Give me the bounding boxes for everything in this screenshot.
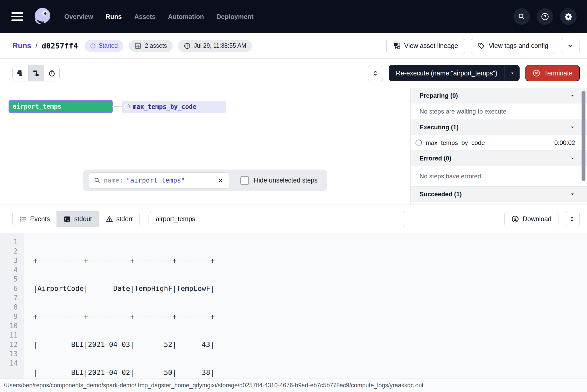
tab-stdout[interactable]: stdout xyxy=(57,211,99,227)
gantt-step-airport-temps[interactable]: airport_temps xyxy=(9,100,113,113)
log-toolbar: Events stdout stderr airport_temps xyxy=(0,205,587,233)
reexecute-dropdown-button[interactable] xyxy=(505,65,520,81)
run-steps-side-panel: Preparing (0) No steps are waiting to ex… xyxy=(410,88,587,205)
hamburger-menu-icon[interactable] xyxy=(11,12,23,21)
caret-down-icon xyxy=(570,93,575,98)
panel-section-errored[interactable]: Errored (0) xyxy=(411,151,587,166)
executing-spinner-icon xyxy=(414,138,423,147)
run-toolbar: Re-execute (name:"airport_temps") Termin… xyxy=(0,59,587,88)
hide-unselected-steps-label[interactable]: Hide unselected steps xyxy=(254,177,318,184)
gantt-step-label: airport_temps xyxy=(13,103,61,110)
hide-unselected-steps-checkbox[interactable] xyxy=(240,176,249,185)
log-line: | BLI|2021-04-02| 50| 38| xyxy=(33,368,214,377)
run-start-time-badge: Jul 29, 11:38:55 AM xyxy=(178,40,252,52)
svg-text:?: ? xyxy=(544,14,546,19)
log-line: | BLI|2021-04-03| 52| 43| xyxy=(33,340,214,349)
close-icon xyxy=(217,177,224,184)
run-header: Runs / d0257ff4 Started 2 assets Jul 29,… xyxy=(0,33,587,59)
nav-item-assets[interactable]: Assets xyxy=(134,13,156,20)
clock-icon xyxy=(184,42,191,50)
download-icon xyxy=(511,215,519,223)
search-icon xyxy=(94,177,101,184)
help-icon: ? xyxy=(541,12,549,21)
caret-down-icon xyxy=(570,192,575,197)
gantt-step-label: max_temps_by_code xyxy=(133,103,197,110)
window-scrollbar-thumb[interactable] xyxy=(582,91,585,181)
log-expand-button[interactable] xyxy=(565,211,580,227)
dagster-logo-icon[interactable] xyxy=(32,6,52,27)
log-line: |AirportCode| Date|TempHighF|TempLowF| xyxy=(33,284,214,293)
nav-item-runs[interactable]: Runs xyxy=(106,13,122,20)
executing-step-row[interactable]: max_temps_by_code 0:00:02 xyxy=(411,135,587,151)
log-step-input[interactable]: airport_temps xyxy=(149,211,405,227)
errored-empty-message: No steps have errored xyxy=(411,166,587,186)
caret-down-icon xyxy=(570,156,575,161)
warning-triangle-icon xyxy=(106,215,113,223)
gantt-flat-icon xyxy=(17,69,24,77)
view-asset-lineage-button[interactable]: View asset lineage xyxy=(386,38,465,54)
panel-section-executing[interactable]: Executing (1) xyxy=(411,120,587,135)
nav-item-automation[interactable]: Automation xyxy=(168,13,204,20)
stopwatch-icon xyxy=(48,69,56,77)
breadcrumb-separator: / xyxy=(36,41,38,50)
reexecute-label: Re-execute (name:"airport_temps") xyxy=(389,65,505,81)
terminal-icon xyxy=(64,215,71,223)
log-viewer[interactable]: 123 456 789 101112 1314 +-----------+---… xyxy=(0,233,587,379)
step-filter-bar: name: "airport_temps" Hide unselected st… xyxy=(83,170,327,191)
clear-filter-button[interactable] xyxy=(217,177,224,184)
executing-step-name: max_temps_by_code xyxy=(426,139,485,146)
gantt-flat-view-button[interactable] xyxy=(13,65,28,81)
run-status-badge: Started xyxy=(85,40,123,52)
gantt-dependency-line xyxy=(112,106,122,107)
main-nav: Overview Runs Assets Automation Deployme… xyxy=(64,13,254,20)
expand-vertical-icon xyxy=(569,215,576,223)
tag-icon xyxy=(478,42,485,50)
nav-item-overview[interactable]: Overview xyxy=(64,13,93,20)
run-header-more-button[interactable] xyxy=(561,38,580,54)
search-icon xyxy=(518,13,526,20)
nav-item-deployment[interactable]: Deployment xyxy=(216,13,254,20)
tab-events[interactable]: Events xyxy=(13,211,57,227)
gantt-step-max-temps-by-code[interactable]: max_temps_by_code xyxy=(122,101,226,113)
step-filter-input[interactable]: name: "airport_temps" xyxy=(89,172,229,188)
gantt-view-toggle xyxy=(12,65,60,81)
event-list-icon xyxy=(19,215,27,223)
gantt-waterfall-view-button[interactable] xyxy=(28,65,44,81)
gantt-and-panel: airport_temps max_temps_by_code name: "a… xyxy=(0,88,587,205)
download-log-button[interactable]: Download xyxy=(504,211,558,227)
settings-button[interactable] xyxy=(560,8,577,25)
log-type-tabs: Events stdout stderr xyxy=(12,211,140,227)
run-id: d0257ff4 xyxy=(42,41,78,50)
tab-stderr[interactable]: stderr xyxy=(99,211,140,227)
reexecute-button[interactable]: Re-execute (name:"airport_temps") xyxy=(389,65,520,81)
assets-count-badge[interactable]: 2 assets xyxy=(129,40,173,52)
breadcrumb-runs-link[interactable]: Runs xyxy=(12,41,31,50)
expand-vertical-icon xyxy=(372,69,379,77)
log-line: +-----------+----------+---------+------… xyxy=(33,312,214,321)
caret-down-icon xyxy=(570,125,575,130)
executing-spinner-icon xyxy=(123,103,131,111)
view-tags-and-config-button[interactable]: View tags and config xyxy=(471,38,555,54)
panel-section-succeeded[interactable]: Succeeded (1) xyxy=(411,186,587,202)
panel-section-preparing[interactable]: Preparing (0) xyxy=(411,88,587,103)
terminate-button[interactable]: Terminate xyxy=(525,65,580,81)
executing-step-elapsed: 0:00:02 xyxy=(554,139,575,146)
gantt-timer-view-button[interactable] xyxy=(44,65,59,81)
preparing-empty-message: No steps are waiting to execute xyxy=(411,103,587,120)
zoom-fit-button[interactable] xyxy=(368,65,383,81)
filter-query-prefix: name: xyxy=(104,177,123,184)
assets-grid-icon xyxy=(134,42,142,50)
caret-down-icon xyxy=(509,70,515,76)
top-nav: Overview Runs Assets Automation Deployme… xyxy=(0,0,587,33)
gantt-chart: airport_temps max_temps_by_code name: "a… xyxy=(0,88,410,205)
log-line: +-----------+----------+---------+------… xyxy=(33,256,214,265)
search-button[interactable] xyxy=(513,8,530,25)
log-line-numbers: 123 456 789 101112 1314 xyxy=(0,233,24,379)
gear-icon xyxy=(564,12,572,21)
log-file-path: /Users/ben/repos/components_demo/spark-d… xyxy=(4,382,424,389)
status-spinner-icon xyxy=(89,42,96,49)
chevron-down-icon xyxy=(567,42,574,50)
filter-query-value: "airport_temps" xyxy=(126,177,185,184)
lineage-icon xyxy=(393,42,401,50)
help-button[interactable]: ? xyxy=(537,8,553,25)
